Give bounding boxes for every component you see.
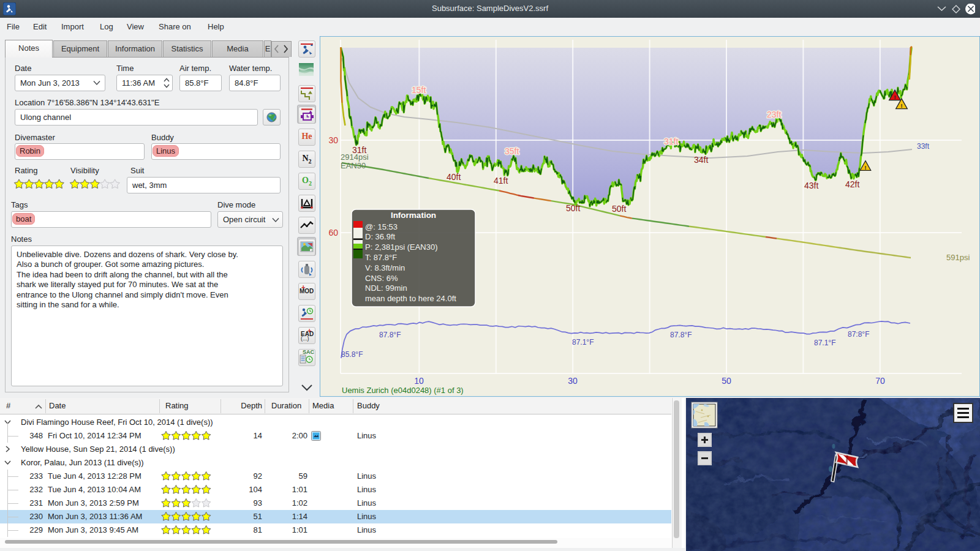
svg-text:Uemis Zurich (e04d0248) (#1 of: Uemis Zurich (e04d0248) (#1 of 3) <box>342 386 464 395</box>
svg-text:D: 36.9ft: D: 36.9ft <box>365 232 396 241</box>
svg-text:P: 2,381psi (EAN30): P: 2,381psi (EAN30) <box>365 242 438 252</box>
svg-text:50: 50 <box>722 376 731 386</box>
svg-text:50ft: 50ft <box>612 204 626 214</box>
svg-text:T: 87.8°F: T: 87.8°F <box>365 253 397 262</box>
svg-text:V: 8.3ft/min: V: 8.3ft/min <box>365 263 405 272</box>
svg-text:23ft: 23ft <box>767 110 781 119</box>
svg-text:@: 15:53: @: 15:53 <box>365 222 398 231</box>
svg-text:60: 60 <box>328 228 338 238</box>
svg-text:70: 70 <box>875 376 885 386</box>
svg-text:30: 30 <box>328 135 338 145</box>
svg-text:35ft: 35ft <box>505 146 519 156</box>
svg-text:31ft: 31ft <box>664 137 678 146</box>
svg-text:87.8°F: 87.8°F <box>670 331 692 339</box>
svg-text:mean depth to here 24.0ft: mean depth to here 24.0ft <box>365 294 456 303</box>
svg-text:!: ! <box>901 103 903 109</box>
svg-text:2914psi: 2914psi <box>341 152 369 162</box>
svg-text:591psi: 591psi <box>946 253 970 262</box>
svg-text:34ft: 34ft <box>694 155 708 165</box>
svg-text:41ft: 41ft <box>494 176 508 186</box>
svg-text:87.8°F: 87.8°F <box>379 331 401 339</box>
svg-text:10: 10 <box>414 376 424 386</box>
svg-text:EAN30: EAN30 <box>341 161 366 170</box>
svg-text:40ft: 40ft <box>447 172 461 182</box>
svg-text:87.1°F: 87.1°F <box>814 339 835 347</box>
svg-text:85.8°F: 85.8°F <box>341 350 363 359</box>
svg-text:CNS: 6%: CNS: 6% <box>365 274 398 283</box>
svg-text:43ft: 43ft <box>804 181 818 190</box>
svg-text:50ft: 50ft <box>566 203 580 213</box>
svg-text:!: ! <box>865 165 867 171</box>
svg-text:NDL: 99min: NDL: 99min <box>365 283 407 293</box>
svg-text:15ft: 15ft <box>412 85 426 95</box>
svg-text:42ft: 42ft <box>845 179 859 189</box>
svg-text:87.1°F: 87.1°F <box>572 338 594 347</box>
svg-text:!: ! <box>894 94 896 100</box>
svg-text:Information: Information <box>391 211 436 220</box>
svg-text:33ft: 33ft <box>917 142 930 151</box>
svg-text:30: 30 <box>568 376 578 386</box>
svg-text:87:8°F: 87:8°F <box>848 330 869 339</box>
